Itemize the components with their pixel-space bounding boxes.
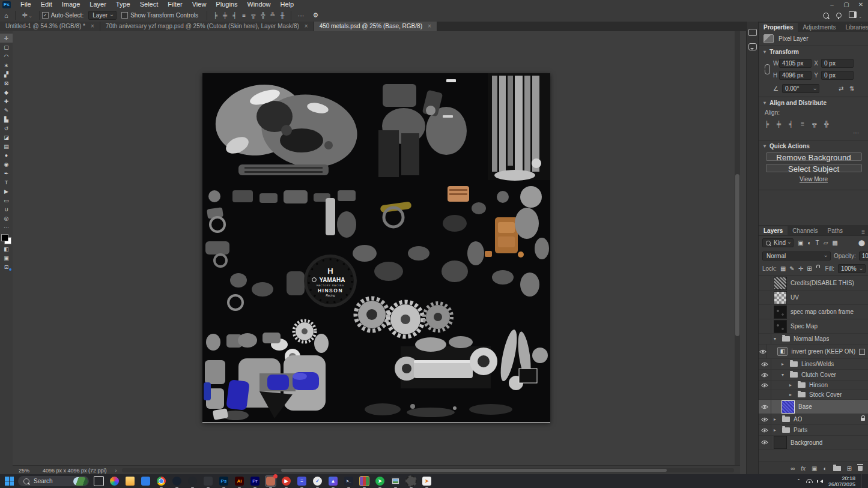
status-flyout-arrow[interactable]: › [115, 468, 117, 474]
tab-channels[interactable]: Channels [788, 226, 822, 235]
filter-pixel-icon[interactable]: ▣ [798, 239, 803, 246]
tool-hand[interactable]: ∪ [0, 205, 13, 214]
search-icon[interactable] [823, 13, 829, 19]
tool-pen[interactable]: ✒ [0, 169, 13, 178]
view-more-link[interactable]: View More [763, 176, 864, 182]
collapse-caret-icon[interactable]: ▾ [763, 49, 766, 55]
panel-menu-icon[interactable]: ≡ [861, 229, 868, 235]
visibility-toggle[interactable] [759, 291, 771, 304]
adjustment-layer-thumbnail[interactable]: ◧ [777, 347, 788, 356]
tool-frame[interactable]: ⊠ [0, 79, 13, 88]
zoom-level[interactable]: 25% [19, 468, 29, 474]
filter-type-icon[interactable]: T [816, 239, 819, 246]
show-desktop-button[interactable] [861, 474, 863, 488]
document-tab-2[interactable]: 70th aniversary yzf mxgp.psd @ 25% (Cuto… [100, 22, 314, 31]
group-disclosure-icon[interactable]: ▸ [782, 361, 786, 367]
tool-dodge[interactable]: ◉ [0, 160, 13, 169]
visibility-toggle[interactable] [759, 436, 771, 449]
align-right-icon[interactable]: ╡ [789, 121, 793, 127]
tool-healing-brush[interactable]: ✚ [0, 97, 13, 106]
tool-history-brush[interactable]: ↺ [0, 124, 13, 133]
group-disclosure-icon[interactable]: ▸ [774, 417, 778, 422]
remove-background-button[interactable]: Remove Background [766, 152, 862, 161]
volume-icon[interactable] [818, 480, 823, 483]
align-bottom-icon[interactable]: ╩ [270, 12, 275, 19]
auto-select-checkbox[interactable] [42, 12, 49, 19]
tool-eraser[interactable]: ◪ [0, 133, 13, 142]
visibility-toggle[interactable] [759, 400, 771, 414]
tab-adjustments[interactable]: Adjustments [798, 23, 840, 32]
taskbar-app-mx-bikes[interactable] [405, 475, 417, 487]
more-options-icon[interactable]: ··· [294, 12, 309, 19]
group-disclosure-icon[interactable]: ▸ [789, 382, 794, 388]
maximize-button[interactable]: ▢ [839, 0, 854, 9]
align-top-icon[interactable]: ╦ [251, 12, 255, 19]
taskbar-app-task-view[interactable] [93, 475, 105, 487]
taskbar-app-media-play[interactable]: ▶ [281, 475, 292, 487]
lock-pixels-icon[interactable]: ✎ [789, 265, 794, 272]
taskbar-clock[interactable]: 20:18 26/07/2025 [828, 475, 855, 487]
tool-eyedropper[interactable]: ◆ [0, 88, 13, 97]
tool-shape[interactable]: ▭ [0, 196, 13, 205]
taskbar-app-check-app[interactable]: ✓ [312, 475, 323, 487]
visibility-toggle[interactable] [759, 425, 771, 435]
tray-chevron-icon[interactable]: ⌃ [797, 478, 801, 484]
taskbar-app-obs-studio[interactable] [187, 475, 198, 487]
wifi-icon[interactable] [806, 479, 813, 483]
flip-horizontal-icon[interactable]: ⇄ [839, 85, 846, 92]
layer-row-credits-disable-this[interactable]: Credits(DISABLE THIS) [759, 276, 868, 291]
tool-move[interactable]: ✛ [0, 34, 13, 43]
document-tab-3[interactable]: 450 metals.psd @ 25% (Base, RGB/8)× [314, 22, 437, 31]
constrain-link-icon[interactable] [765, 64, 770, 74]
layer-thumbnail[interactable] [774, 320, 787, 333]
tab-close-icon[interactable]: × [305, 23, 308, 29]
layer-row-invert-green-keep-on[interactable]: ◧invert green (KEEP ON) [759, 345, 868, 359]
lock-position-icon[interactable]: ✛ [798, 265, 803, 272]
tab-close-icon[interactable]: × [428, 23, 431, 29]
layer-row-lines-welds[interactable]: ▸Lines/Welds [759, 359, 868, 370]
align-left-icon[interactable]: ╞ [213, 12, 217, 19]
share-icon[interactable]: ⊡ [0, 262, 13, 271]
new-layer-icon[interactable]: ⊞ [847, 465, 852, 472]
minimize-button[interactable]: – [825, 0, 839, 9]
vertical-scrollbar[interactable] [735, 31, 740, 465]
filter-smart-object-icon[interactable]: ▩ [832, 239, 837, 246]
fill-field[interactable]: 100% [838, 264, 866, 273]
visibility-toggle[interactable] [759, 305, 771, 319]
align-right-icon[interactable]: ╡ [232, 12, 237, 19]
adjustment-layer-icon[interactable]: ◐ [824, 465, 827, 472]
width-field[interactable]: 4105 px [779, 59, 812, 68]
group-disclosure-icon[interactable]: ▾ [774, 336, 778, 342]
tool-blur[interactable]: ● [0, 151, 13, 160]
x-field[interactable]: 0 px [821, 59, 854, 68]
visibility-toggle[interactable] [759, 276, 771, 290]
taskbar-app-green-app[interactable]: ➤ [374, 475, 386, 487]
horizontal-scrollbar[interactable] [122, 468, 734, 472]
visibility-toggle[interactable] [759, 345, 767, 358]
y-field[interactable]: 0 px [821, 71, 854, 80]
tool-marquee[interactable]: ▢ [0, 43, 13, 52]
align-top-icon[interactable]: ╦ [812, 121, 816, 127]
tool-zoom[interactable]: ◎ [0, 214, 13, 223]
taskbar-app-microsoft-store[interactable] [140, 475, 151, 487]
taskbar-app-chrome[interactable] [156, 475, 167, 487]
new-group-icon[interactable] [833, 466, 841, 471]
menu-file[interactable]: File [16, 0, 36, 9]
layer-thumbnail[interactable] [774, 291, 787, 304]
tab-layers[interactable]: Layers [759, 226, 788, 235]
layer-thumbnail[interactable] [774, 306, 787, 319]
quick-mask-icon[interactable]: ◧ [0, 244, 13, 253]
layer-row-background[interactable]: Background [759, 436, 868, 450]
kind-filter-select[interactable]: Kind [762, 238, 794, 247]
layer-row-base[interactable]: Base [759, 400, 868, 414]
taskbar-app-file-explorer[interactable] [124, 475, 136, 487]
layer-row-hinson[interactable]: ▸Hinson [759, 381, 868, 390]
layer-row-clutch-cover[interactable]: ▾Clutch Cover [759, 370, 868, 381]
height-field[interactable]: 4096 px [779, 71, 812, 80]
visibility-toggle[interactable] [759, 319, 771, 333]
document-canvas[interactable]: H YAMAHA FACTORY RACING HINSON Racing [202, 73, 550, 423]
workspace-settings-icon[interactable]: ⚙ [309, 11, 323, 19]
menu-select[interactable]: Select [135, 0, 163, 9]
opacity-field[interactable]: 100% [859, 252, 868, 261]
angle-field[interactable]: 0.00° [782, 84, 819, 93]
